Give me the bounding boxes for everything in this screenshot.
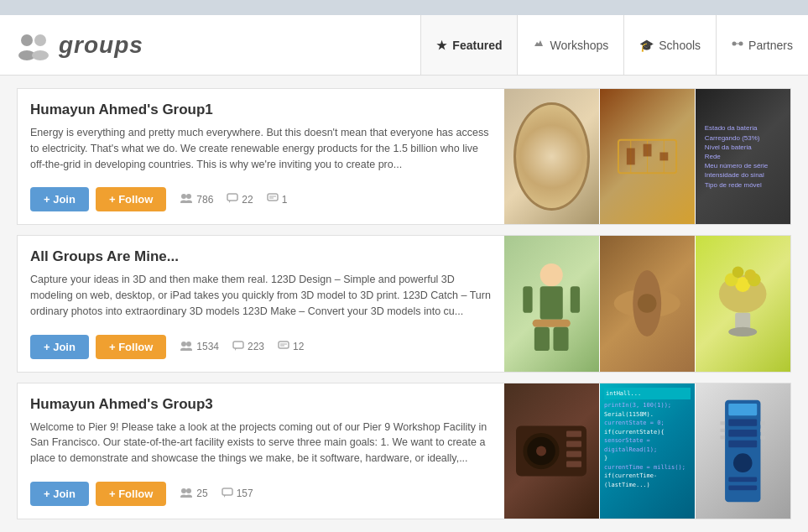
svg-rect-75	[761, 421, 766, 425]
circuit-board-svg	[719, 394, 767, 509]
join-button-1[interactable]: + Join	[30, 187, 89, 211]
schools-label: Schools	[659, 39, 701, 52]
nav-tab-featured[interactable]: ★ Featured	[420, 15, 517, 75]
partners-label: Partners	[748, 39, 793, 52]
svg-point-59	[536, 446, 546, 456]
schools-icon: 🎓	[639, 39, 654, 52]
post-icon-1	[267, 193, 279, 206]
group-desc-2: Capture your ideas in 3D and then make t…	[30, 272, 492, 319]
svg-point-7	[181, 194, 186, 199]
svg-rect-65	[729, 404, 758, 415]
group-img-1c: Estado da bateriaCarregando (53%)Nível d…	[695, 89, 790, 224]
comments-stat-1: 22	[227, 193, 253, 206]
svg-point-46	[732, 267, 744, 279]
svg-point-8	[186, 194, 191, 199]
svg-point-0	[21, 34, 33, 46]
join-button-2[interactable]: + Join	[30, 335, 89, 359]
svg-rect-63	[567, 461, 582, 467]
svg-rect-35	[534, 327, 550, 351]
comment-icon-3	[222, 488, 233, 500]
svg-point-3	[32, 50, 49, 60]
logo: groups	[17, 29, 143, 62]
follow-button-2[interactable]: + Follow	[96, 335, 166, 359]
group-img-3b: intHall... printIn(3, 100(1)); Serial(11…	[599, 383, 695, 519]
svg-rect-36	[554, 327, 569, 351]
members-icon-1	[180, 193, 193, 206]
svg-rect-77	[761, 436, 766, 439]
nav-tab-partners[interactable]: Partners	[716, 15, 808, 75]
svg-point-32	[540, 263, 563, 286]
header-nav: ★ Featured Workshops 🎓 Schools Partners	[420, 15, 808, 75]
group-img-1a	[504, 89, 599, 224]
members-stat-3: 25	[180, 488, 207, 500]
svg-point-1	[34, 34, 46, 46]
group-actions-3: + Join + Follow 25 157	[30, 482, 492, 506]
members-count-1: 786	[196, 194, 213, 206]
svg-rect-21	[644, 144, 652, 157]
svg-rect-60	[567, 430, 582, 436]
comment-icon-1	[227, 193, 238, 206]
members-stat-2: 1534	[180, 341, 219, 353]
svg-rect-76	[761, 428, 766, 431]
svg-point-51	[186, 488, 191, 493]
group-img-1b	[599, 89, 695, 224]
members-icon-3	[180, 488, 193, 500]
svg-point-50	[181, 488, 186, 493]
svg-point-49	[729, 327, 758, 336]
group-title-2: All Groups Are Mine...	[30, 248, 492, 265]
svg-point-23	[181, 342, 186, 347]
posts-stat-2: 12	[278, 341, 304, 353]
group-card-1: Humayun Ahmed's Group1 Energy is everyth…	[17, 88, 791, 225]
svg-point-53	[185, 494, 192, 498]
members-icon-2	[180, 341, 193, 353]
svg-rect-34	[533, 320, 571, 327]
svg-rect-38	[571, 287, 580, 314]
radio-svg	[511, 394, 592, 509]
follow-button-3[interactable]: + Follow	[96, 482, 166, 506]
group-info-2: All Groups Are Mine... Capture your idea…	[18, 236, 504, 371]
flower-vase-svg	[705, 243, 780, 364]
posts-stat-1: 1	[267, 193, 288, 206]
svg-rect-61	[567, 441, 582, 446]
svg-rect-20	[627, 149, 635, 165]
group-title-3: Humayun Ahmed's Group3	[30, 396, 492, 413]
comment-icon-2	[232, 341, 244, 353]
group-img-2a	[504, 236, 599, 371]
svg-point-41	[638, 295, 657, 314]
svg-rect-33	[540, 287, 563, 321]
logo-text: groups	[59, 32, 143, 59]
group-images-1: Estado da bateriaCarregando (53%)Nível d…	[504, 89, 790, 224]
group-info-1: Humayun Ahmed's Group1 Energy is everyth…	[18, 89, 504, 224]
featured-icon: ★	[436, 39, 447, 52]
comments-stat-2: 223	[232, 341, 264, 353]
svg-rect-22	[659, 153, 668, 161]
svg-rect-6	[734, 44, 741, 44]
svg-rect-73	[721, 428, 726, 431]
group-img-3a	[504, 383, 599, 519]
sitting-person-svg	[513, 243, 589, 364]
svg-rect-67	[729, 430, 758, 436]
group-info-3: Humayun Ahmed's Group3 Welcome to Pier 9…	[18, 383, 504, 519]
svg-rect-13	[268, 194, 278, 201]
svg-rect-71	[729, 485, 758, 490]
join-button-3[interactable]: + Join	[30, 482, 89, 506]
food-plate-decoration	[513, 102, 589, 211]
nav-tab-schools[interactable]: 🎓 Schools	[623, 15, 716, 75]
groups-logo-icon	[17, 29, 50, 62]
nav-tab-workshops[interactable]: Workshops	[517, 15, 623, 75]
svg-rect-37	[524, 287, 533, 314]
svg-point-26	[185, 347, 192, 351]
group-card-3: Humayun Ahmed's Group3 Welcome to Pier 9…	[17, 383, 791, 519]
svg-point-24	[186, 342, 191, 347]
svg-rect-70	[729, 477, 758, 482]
group-img-2c	[695, 236, 790, 371]
svg-rect-72	[721, 421, 726, 425]
wood-shape-svg	[609, 246, 685, 361]
group-images-3: intHall... printIn(3, 100(1)); Serial(11…	[504, 383, 790, 519]
svg-rect-62	[567, 451, 582, 456]
posts-count-2: 12	[293, 341, 304, 352]
main-content: Humayun Ahmed's Group1 Energy is everyth…	[0, 76, 808, 532]
post-icon-2	[278, 341, 289, 353]
follow-button-1[interactable]: + Follow	[96, 187, 166, 211]
group-title-1: Humayun Ahmed's Group1	[30, 102, 492, 118]
